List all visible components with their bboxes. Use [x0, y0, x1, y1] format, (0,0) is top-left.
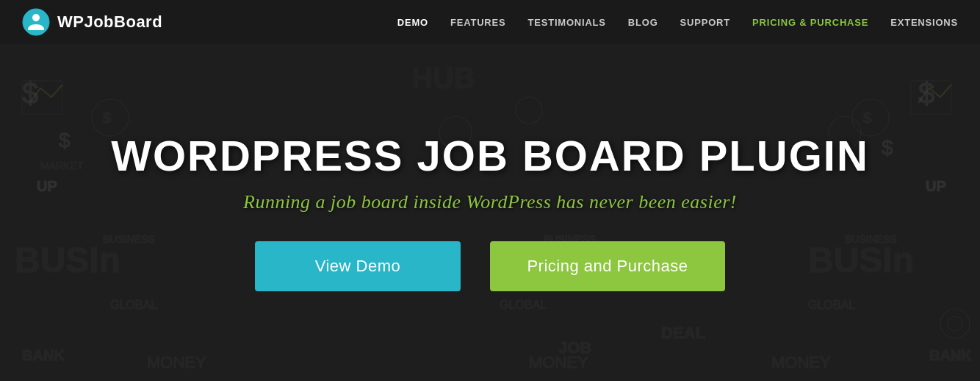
svg-text:MONEY: MONEY: [147, 353, 206, 371]
svg-text:GLOBAL: GLOBAL: [500, 299, 547, 311]
svg-text:UP: UP: [37, 178, 57, 194]
svg-text:GLOBAL: GLOBAL: [110, 299, 157, 311]
svg-point-0: [23, 9, 49, 35]
svg-text:$: $: [863, 110, 871, 126]
svg-text:GLOBAL: GLOBAL: [808, 299, 855, 311]
svg-text:HUB: HUB: [411, 62, 475, 94]
hero-content: WORDPRESS JOB BOARD PLUGIN Running a job…: [111, 134, 869, 292]
svg-text:MONEY: MONEY: [771, 353, 831, 371]
svg-text:MARKET: MARKET: [40, 160, 84, 171]
svg-text:BANK: BANK: [22, 347, 65, 363]
logo-icon: [22, 8, 50, 36]
svg-text:DEAL: DEAL: [661, 324, 705, 342]
nav-link-demo[interactable]: DEMO: [397, 17, 428, 28]
nav-link-features[interactable]: FEATURES: [450, 17, 506, 28]
navbar: WPJobBoard DEMO FEATURES TESTIMONIALS BL…: [0, 0, 980, 44]
nav-links: DEMO FEATURES TESTIMONIALS BLOG SUPPORT …: [397, 17, 958, 28]
svg-text:$: $: [882, 136, 893, 159]
view-demo-button[interactable]: View Demo: [255, 241, 461, 291]
svg-text:BANK: BANK: [929, 347, 972, 363]
svg-text:UP: UP: [926, 178, 946, 194]
pricing-purchase-button[interactable]: Pricing and Purchase: [490, 241, 725, 291]
nav-link-blog[interactable]: BLOG: [628, 17, 658, 28]
logo-text: WPJobBoard: [57, 13, 162, 32]
svg-text:$: $: [103, 110, 111, 126]
svg-text:$: $: [59, 129, 71, 152]
svg-text:JOB: JOB: [558, 338, 591, 357]
nav-link-extensions[interactable]: EXTENSIONS: [890, 17, 958, 28]
hero-buttons: View Demo Pricing and Purchase: [255, 241, 725, 291]
svg-text:BUSIn: BUSIn: [15, 241, 120, 279]
hero-section: $ $ $ $ UP UP BUSIn BUSIn BANK BANK MONE…: [0, 44, 980, 381]
nav-link-pricing[interactable]: PRICING & PURCHASE: [752, 17, 868, 28]
hero-subtitle: Running a job board inside WordPress has…: [243, 191, 737, 213]
svg-point-1: [32, 14, 40, 21]
nav-link-testimonials[interactable]: TESTIMONIALS: [527, 17, 605, 28]
hero-title: WORDPRESS JOB BOARD PLUGIN: [111, 134, 869, 179]
nav-link-support[interactable]: SUPPORT: [680, 17, 730, 28]
logo-area[interactable]: WPJobBoard: [22, 8, 162, 36]
